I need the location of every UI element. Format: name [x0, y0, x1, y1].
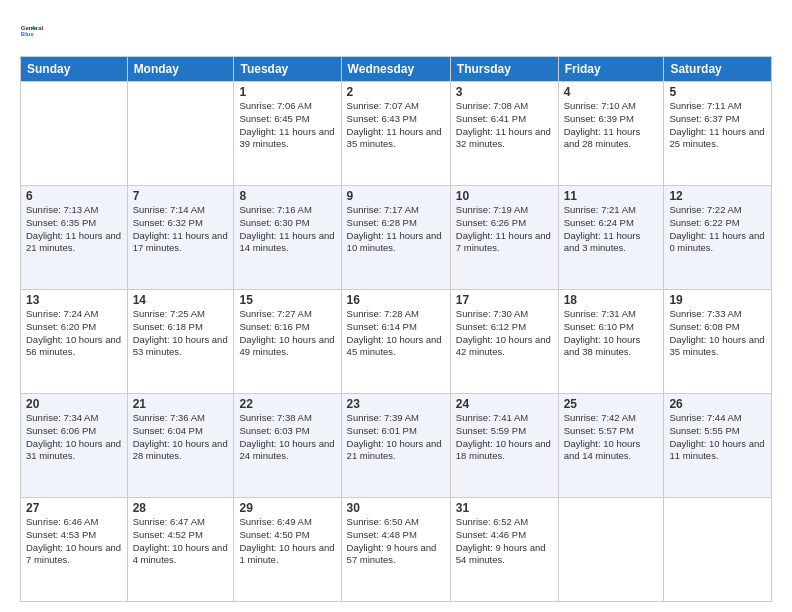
cell-info: Sunrise: 7:42 AM Sunset: 5:57 PM Dayligh… — [564, 412, 659, 463]
cell-info: Sunrise: 7:11 AM Sunset: 6:37 PM Dayligh… — [669, 100, 766, 151]
day-number: 18 — [564, 293, 659, 307]
day-number: 10 — [456, 189, 553, 203]
cell-info: Sunrise: 7:30 AM Sunset: 6:12 PM Dayligh… — [456, 308, 553, 359]
calendar-cell: 18Sunrise: 7:31 AM Sunset: 6:10 PM Dayli… — [558, 290, 664, 394]
cell-info: Sunrise: 6:52 AM Sunset: 4:46 PM Dayligh… — [456, 516, 553, 567]
cell-info: Sunrise: 7:36 AM Sunset: 6:04 PM Dayligh… — [133, 412, 229, 463]
cell-info: Sunrise: 7:41 AM Sunset: 5:59 PM Dayligh… — [456, 412, 553, 463]
day-number: 7 — [133, 189, 229, 203]
cell-info: Sunrise: 7:17 AM Sunset: 6:28 PM Dayligh… — [347, 204, 445, 255]
cell-info: Sunrise: 6:50 AM Sunset: 4:48 PM Dayligh… — [347, 516, 445, 567]
calendar-cell: 15Sunrise: 7:27 AM Sunset: 6:16 PM Dayli… — [234, 290, 341, 394]
calendar-row-4: 27Sunrise: 6:46 AM Sunset: 4:53 PM Dayli… — [21, 498, 772, 602]
cell-info: Sunrise: 7:24 AM Sunset: 6:20 PM Dayligh… — [26, 308, 122, 359]
calendar-cell: 7Sunrise: 7:14 AM Sunset: 6:32 PM Daylig… — [127, 186, 234, 290]
calendar-cell: 24Sunrise: 7:41 AM Sunset: 5:59 PM Dayli… — [450, 394, 558, 498]
cell-info: Sunrise: 7:27 AM Sunset: 6:16 PM Dayligh… — [239, 308, 335, 359]
weekday-header-tuesday: Tuesday — [234, 57, 341, 82]
day-number: 24 — [456, 397, 553, 411]
cell-info: Sunrise: 7:13 AM Sunset: 6:35 PM Dayligh… — [26, 204, 122, 255]
calendar-cell: 30Sunrise: 6:50 AM Sunset: 4:48 PM Dayli… — [341, 498, 450, 602]
cell-info: Sunrise: 6:47 AM Sunset: 4:52 PM Dayligh… — [133, 516, 229, 567]
calendar-row-1: 6Sunrise: 7:13 AM Sunset: 6:35 PM Daylig… — [21, 186, 772, 290]
weekday-header-monday: Monday — [127, 57, 234, 82]
cell-info: Sunrise: 7:08 AM Sunset: 6:41 PM Dayligh… — [456, 100, 553, 151]
calendar-cell: 5Sunrise: 7:11 AM Sunset: 6:37 PM Daylig… — [664, 82, 772, 186]
calendar-cell: 12Sunrise: 7:22 AM Sunset: 6:22 PM Dayli… — [664, 186, 772, 290]
calendar-cell: 22Sunrise: 7:38 AM Sunset: 6:03 PM Dayli… — [234, 394, 341, 498]
day-number: 17 — [456, 293, 553, 307]
weekday-header-row: SundayMondayTuesdayWednesdayThursdayFrid… — [21, 57, 772, 82]
logo: General Blue — [20, 16, 50, 46]
day-number: 6 — [26, 189, 122, 203]
day-number: 16 — [347, 293, 445, 307]
calendar-row-0: 1Sunrise: 7:06 AM Sunset: 6:45 PM Daylig… — [21, 82, 772, 186]
calendar-cell: 17Sunrise: 7:30 AM Sunset: 6:12 PM Dayli… — [450, 290, 558, 394]
cell-info: Sunrise: 7:06 AM Sunset: 6:45 PM Dayligh… — [239, 100, 335, 151]
day-number: 20 — [26, 397, 122, 411]
calendar-cell: 14Sunrise: 7:25 AM Sunset: 6:18 PM Dayli… — [127, 290, 234, 394]
weekday-header-friday: Friday — [558, 57, 664, 82]
cell-info: Sunrise: 7:44 AM Sunset: 5:55 PM Dayligh… — [669, 412, 766, 463]
calendar-cell: 4Sunrise: 7:10 AM Sunset: 6:39 PM Daylig… — [558, 82, 664, 186]
weekday-header-sunday: Sunday — [21, 57, 128, 82]
calendar-cell: 27Sunrise: 6:46 AM Sunset: 4:53 PM Dayli… — [21, 498, 128, 602]
calendar-cell: 25Sunrise: 7:42 AM Sunset: 5:57 PM Dayli… — [558, 394, 664, 498]
cell-info: Sunrise: 7:31 AM Sunset: 6:10 PM Dayligh… — [564, 308, 659, 359]
day-number: 26 — [669, 397, 766, 411]
cell-info: Sunrise: 7:33 AM Sunset: 6:08 PM Dayligh… — [669, 308, 766, 359]
cell-info: Sunrise: 7:28 AM Sunset: 6:14 PM Dayligh… — [347, 308, 445, 359]
calendar-cell: 16Sunrise: 7:28 AM Sunset: 6:14 PM Dayli… — [341, 290, 450, 394]
day-number: 22 — [239, 397, 335, 411]
calendar-cell: 1Sunrise: 7:06 AM Sunset: 6:45 PM Daylig… — [234, 82, 341, 186]
calendar-cell: 10Sunrise: 7:19 AM Sunset: 6:26 PM Dayli… — [450, 186, 558, 290]
calendar-row-3: 20Sunrise: 7:34 AM Sunset: 6:06 PM Dayli… — [21, 394, 772, 498]
day-number: 30 — [347, 501, 445, 515]
calendar-cell: 20Sunrise: 7:34 AM Sunset: 6:06 PM Dayli… — [21, 394, 128, 498]
calendar-cell — [664, 498, 772, 602]
day-number: 2 — [347, 85, 445, 99]
calendar-cell: 13Sunrise: 7:24 AM Sunset: 6:20 PM Dayli… — [21, 290, 128, 394]
day-number: 29 — [239, 501, 335, 515]
cell-info: Sunrise: 7:25 AM Sunset: 6:18 PM Dayligh… — [133, 308, 229, 359]
day-number: 9 — [347, 189, 445, 203]
cell-info: Sunrise: 7:39 AM Sunset: 6:01 PM Dayligh… — [347, 412, 445, 463]
calendar-cell: 8Sunrise: 7:16 AM Sunset: 6:30 PM Daylig… — [234, 186, 341, 290]
cell-info: Sunrise: 7:38 AM Sunset: 6:03 PM Dayligh… — [239, 412, 335, 463]
calendar-cell: 31Sunrise: 6:52 AM Sunset: 4:46 PM Dayli… — [450, 498, 558, 602]
day-number: 19 — [669, 293, 766, 307]
day-number: 28 — [133, 501, 229, 515]
weekday-header-saturday: Saturday — [664, 57, 772, 82]
cell-info: Sunrise: 7:16 AM Sunset: 6:30 PM Dayligh… — [239, 204, 335, 255]
cell-info: Sunrise: 7:14 AM Sunset: 6:32 PM Dayligh… — [133, 204, 229, 255]
calendar-table: SundayMondayTuesdayWednesdayThursdayFrid… — [20, 56, 772, 602]
page: General Blue SundayMondayTuesdayWednesda… — [0, 0, 792, 612]
calendar-cell: 2Sunrise: 7:07 AM Sunset: 6:43 PM Daylig… — [341, 82, 450, 186]
cell-info: Sunrise: 7:34 AM Sunset: 6:06 PM Dayligh… — [26, 412, 122, 463]
calendar-cell: 9Sunrise: 7:17 AM Sunset: 6:28 PM Daylig… — [341, 186, 450, 290]
day-number: 5 — [669, 85, 766, 99]
cell-info: Sunrise: 6:49 AM Sunset: 4:50 PM Dayligh… — [239, 516, 335, 567]
day-number: 4 — [564, 85, 659, 99]
svg-text:Blue: Blue — [21, 31, 35, 37]
calendar-cell: 3Sunrise: 7:08 AM Sunset: 6:41 PM Daylig… — [450, 82, 558, 186]
calendar-cell — [558, 498, 664, 602]
calendar-cell — [127, 82, 234, 186]
weekday-header-thursday: Thursday — [450, 57, 558, 82]
cell-info: Sunrise: 6:46 AM Sunset: 4:53 PM Dayligh… — [26, 516, 122, 567]
calendar-cell: 23Sunrise: 7:39 AM Sunset: 6:01 PM Dayli… — [341, 394, 450, 498]
day-number: 31 — [456, 501, 553, 515]
weekday-header-wednesday: Wednesday — [341, 57, 450, 82]
calendar-cell: 11Sunrise: 7:21 AM Sunset: 6:24 PM Dayli… — [558, 186, 664, 290]
cell-info: Sunrise: 7:10 AM Sunset: 6:39 PM Dayligh… — [564, 100, 659, 151]
calendar-cell: 19Sunrise: 7:33 AM Sunset: 6:08 PM Dayli… — [664, 290, 772, 394]
day-number: 23 — [347, 397, 445, 411]
calendar-cell: 26Sunrise: 7:44 AM Sunset: 5:55 PM Dayli… — [664, 394, 772, 498]
calendar-cell: 29Sunrise: 6:49 AM Sunset: 4:50 PM Dayli… — [234, 498, 341, 602]
header: General Blue — [20, 16, 772, 46]
cell-info: Sunrise: 7:21 AM Sunset: 6:24 PM Dayligh… — [564, 204, 659, 255]
day-number: 3 — [456, 85, 553, 99]
day-number: 1 — [239, 85, 335, 99]
day-number: 27 — [26, 501, 122, 515]
cell-info: Sunrise: 7:07 AM Sunset: 6:43 PM Dayligh… — [347, 100, 445, 151]
